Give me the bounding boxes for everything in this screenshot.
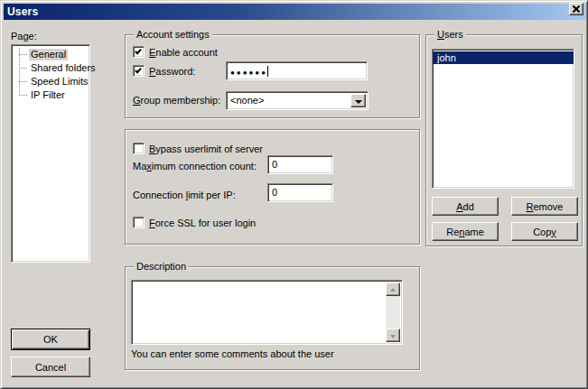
password-checkbox[interactable] [133, 65, 145, 77]
check-icon [135, 48, 142, 55]
bypass-userlimit-label: Bypass userlimit of server [149, 144, 263, 154]
titlebar: Users [4, 4, 586, 20]
rename-button-label: Rename [446, 227, 484, 237]
text-caret [267, 66, 268, 77]
connection-limit-per-ip-value: 0 [272, 187, 277, 198]
page-label: Page: [11, 31, 37, 42]
users-list[interactable]: john [432, 49, 574, 189]
check-icon [135, 67, 142, 74]
users-group-title: Users [434, 29, 466, 41]
group-membership-select[interactable]: <none> [226, 91, 369, 110]
cancel-button[interactable]: Cancel [11, 357, 90, 377]
scroll-down-icon [390, 335, 396, 338]
users-group: Users john Add Remove Rename Copy [425, 34, 583, 246]
window-title: Users [4, 5, 38, 18]
description-group: Description You can enter some comments … [125, 266, 420, 370]
tree-item-speed-limits[interactable]: Speed Limits [12, 75, 89, 88]
password-label: Password: [149, 66, 195, 77]
tree-item-shared-folders[interactable]: Shared folders [12, 61, 89, 75]
group-membership-selected-value: <none> [230, 95, 264, 106]
rename-button[interactable]: Rename [432, 222, 499, 241]
connection-limit-per-ip-input[interactable]: 0 [267, 183, 333, 202]
close-button[interactable] [569, 3, 583, 15]
max-connection-count-input[interactable]: 0 [267, 155, 333, 174]
description-group-title: Description [134, 261, 189, 273]
connection-limit-per-ip-label: Connection limit per IP: [133, 190, 236, 200]
remove-button[interactable]: Remove [511, 197, 578, 216]
remove-button-label: Remove [527, 201, 564, 212]
account-settings-group-title: Account settings [134, 29, 212, 41]
tree-item-label: Speed Limits [29, 76, 90, 88]
chevron-down-icon [355, 100, 362, 104]
user-list-item[interactable]: john [433, 51, 574, 64]
tree-item-label: General [29, 49, 68, 60]
enable-account-label: Enable account [149, 47, 218, 58]
tree-connector [19, 68, 27, 69]
scroll-up-icon [390, 288, 396, 292]
copy-button-label: Copy [533, 227, 556, 237]
bypass-userlimit-checkbox[interactable] [133, 143, 145, 154]
close-icon [572, 8, 581, 10]
limits-group: Bypass userlimit of server Maximum conne… [125, 129, 420, 245]
tree-item-ip-filter[interactable]: IP Filter [12, 88, 89, 102]
tree-connector [19, 81, 27, 82]
tree-connector [19, 95, 27, 96]
tree-item-label: Shared folders [29, 62, 98, 74]
ok-button-label: OK [43, 334, 58, 345]
enable-account-checkbox[interactable] [133, 46, 145, 58]
add-button[interactable]: Add [432, 197, 499, 216]
max-connection-count-value: 0 [272, 159, 277, 170]
force-ssl-checkbox[interactable] [133, 217, 145, 228]
tree-item-label: IP Filter [29, 89, 67, 101]
description-scrollbar[interactable] [386, 282, 400, 342]
cancel-button-label: Cancel [35, 362, 66, 373]
scroll-down-button[interactable] [386, 329, 400, 342]
account-settings-group: Account settings Enable account Password… [125, 34, 420, 118]
max-connection-count-label: Maximum connection count: [133, 161, 257, 171]
group-membership-dropdown-button[interactable] [350, 94, 366, 107]
page-tree[interactable]: General Shared folders Speed Limits IP F… [11, 44, 90, 263]
password-input[interactable]: ●●●●●● [226, 61, 368, 80]
tree-connector [19, 54, 27, 55]
force-ssl-label: Force SSL for user login [149, 218, 256, 228]
password-masked-value: ●●●●●● [230, 69, 267, 77]
tree-item-general[interactable]: General [12, 48, 89, 61]
add-button-label: Add [456, 201, 474, 212]
ok-button[interactable]: OK [11, 329, 90, 350]
group-membership-label: Group membership: [133, 95, 220, 106]
copy-button[interactable]: Copy [511, 222, 578, 241]
description-textarea[interactable] [131, 280, 403, 345]
description-hint: You can enter some comments about the us… [131, 348, 334, 359]
scroll-up-button[interactable] [386, 282, 400, 296]
users-dialog: Users Page: General Shared folders Speed… [0, 0, 588, 389]
